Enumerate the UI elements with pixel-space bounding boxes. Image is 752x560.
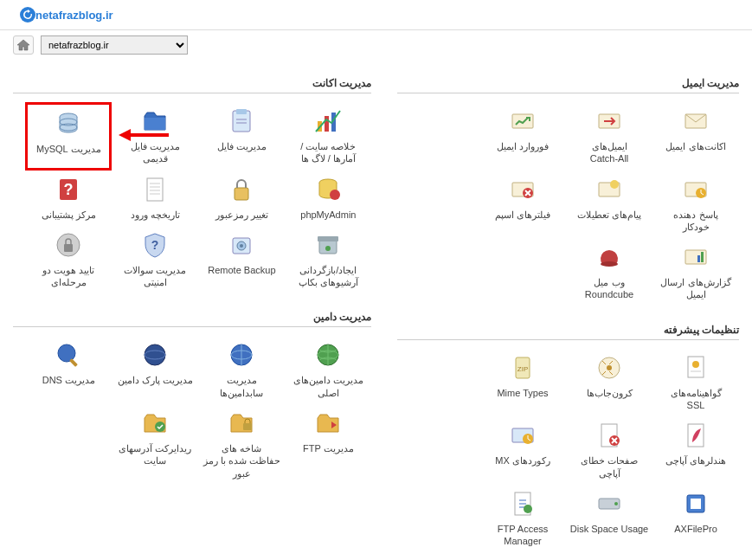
icon-label: مدیریت پارک دامین <box>118 374 193 386</box>
svg-point-71 <box>524 505 532 513</box>
icon-label: مدیریت FTP <box>303 442 354 454</box>
icon-label: اکانت‌های ایمیل <box>665 140 725 152</box>
icon-label: مدیریت سوالاتامنیتی <box>124 264 186 289</box>
icon-label: مرکز پشتیبانی <box>42 209 96 221</box>
page-title: netafrazblog.ir <box>35 9 113 22</box>
document-icon <box>141 176 169 205</box>
svg-text:?: ? <box>151 238 159 252</box>
svg-point-69 <box>614 502 618 505</box>
globe-green-icon <box>314 341 342 370</box>
icon-roundcube[interactable]: وب میلRoundcube <box>566 238 652 306</box>
question-red-icon: ? <box>55 176 82 205</box>
icon-ssl[interactable]: گواهینامه‌هایSSL <box>652 349 739 417</box>
folder-arrow-icon <box>314 409 342 439</box>
icon-label: مدیریت فایل <box>217 140 267 152</box>
icon-dns[interactable]: مدیریت DNS <box>25 336 112 404</box>
icon-label: Disk Space Usage <box>570 523 649 535</box>
pointer-arrow <box>119 126 170 145</box>
icon-mysql[interactable]: مدیریت MySQL <box>25 102 112 171</box>
icon-label: Mime Types <box>497 387 548 399</box>
icon-label: صفحات خطایآپاچی <box>581 454 638 480</box>
archive-icon <box>314 231 342 261</box>
shield-q-icon: ? <box>141 231 169 261</box>
svg-point-53 <box>601 261 618 267</box>
icon-forward[interactable]: فوروارد ایمیل <box>479 102 566 171</box>
icon-remote-backup2[interactable]: Remote Backup <box>652 553 739 560</box>
icon-main-domains[interactable]: مدیریت دامین‌هایاصلی <box>285 336 371 404</box>
icon-park-domain[interactable]: مدیریت پارک دامین <box>112 336 198 404</box>
icon-catchall[interactable]: ایمیل‌هایCatch-All <box>566 102 652 171</box>
icon-label: گزارش‌های ارسالایمیل <box>660 276 730 301</box>
roundcube-icon <box>595 243 623 273</box>
icon-autoresponder[interactable]: پاسخ دهندهخودکار <box>652 171 739 239</box>
icon-label: کرون‌جاب‌ها <box>587 387 633 399</box>
svg-rect-15 <box>147 178 163 201</box>
svg-point-47 <box>610 180 619 189</box>
svg-rect-39 <box>243 423 252 430</box>
icon-apache-handlers[interactable]: هندلرهای آپاچی <box>652 416 739 485</box>
icon-backup[interactable]: ایجاد/بازگردانیآرشیوهای بکاپ <box>285 226 371 294</box>
icon-ftp-access[interactable]: FTP AccessManager <box>479 485 566 553</box>
feather-icon <box>682 422 710 451</box>
ax-icon <box>682 490 710 519</box>
svg-rect-14 <box>235 188 248 200</box>
icon-two-factor[interactable]: تایید هویت دومرحله‌ای <box>25 226 112 294</box>
icon-email-reports[interactable]: گزارش‌های ارسالایمیل <box>652 238 739 306</box>
mx-icon <box>509 422 537 451</box>
icon-label: تغییر رمزعبور <box>215 209 268 221</box>
icon-label: phpMyAdmin <box>300 209 356 221</box>
icon-site-summary[interactable]: خلاصه سایت /آمارها / لاگ ها <box>285 102 371 171</box>
icon-login-history[interactable]: تاریخچه ورود <box>112 171 198 226</box>
icon-protected-branches[interactable]: شاخه هایحفاظت شده با رمزعبور <box>198 404 285 485</box>
icon-support-center[interactable]: ?مرکز پشتیبانی <box>25 171 112 226</box>
files-icon <box>228 107 255 137</box>
home-button[interactable] <box>13 35 34 55</box>
icon-phpmyadmin[interactable]: phpMyAdmin <box>285 171 371 226</box>
svg-point-55 <box>692 361 699 368</box>
svg-rect-1 <box>325 116 329 132</box>
icon-remote-backup1[interactable]: Remote Backup <box>198 226 285 294</box>
icon-label: AXFilePro <box>674 523 717 535</box>
icon-email-accounts[interactable]: اکانت‌های ایمیل <box>652 102 739 171</box>
icon-label: وب میلRoundcube <box>585 276 633 301</box>
section-title: مدیریت ایمیل <box>397 77 739 93</box>
icon-disk-usage[interactable]: Disk Space Usage <box>566 485 652 553</box>
icon-security-questions[interactable]: ?مدیریت سوالاتامنیتی <box>112 226 198 294</box>
svg-point-13 <box>330 190 340 200</box>
icon-axfilepro[interactable]: AXFilePro <box>652 485 739 553</box>
domain-selector[interactable]: netafrazblog.ir <box>41 35 188 55</box>
icon-mx-records[interactable]: رکوردهای MX <box>479 416 566 485</box>
cron-icon <box>595 354 623 383</box>
icon-error-pages[interactable]: صفحات خطایآپاچی <box>566 416 652 485</box>
icon-file-manager[interactable]: مدیریت فایل <box>198 102 285 171</box>
icon-label: تاریخچه ورود <box>131 209 180 221</box>
icon-label: مدیریت دامین‌هایاصلی <box>293 374 363 399</box>
icon-ftp[interactable]: مدیریت FTP <box>285 404 371 485</box>
icon-subdomains[interactable]: مدیریتسابدامین‌ها <box>198 336 285 404</box>
icon-spam-filters[interactable]: فیلترهای اسپم <box>479 171 566 239</box>
icon-label: شاخه هایحفاظت شده با رمزعبور <box>203 442 280 480</box>
icon-label: Remote Backup <box>208 264 275 276</box>
ftp-access-icon <box>509 490 537 519</box>
folder-lock-icon <box>228 409 255 439</box>
svg-text:?: ? <box>64 181 74 198</box>
safe-icon <box>228 231 255 261</box>
section-title: مدیریت دامین <box>13 311 371 327</box>
svg-point-37 <box>58 344 75 362</box>
icon-vacation[interactable]: پیام‌های تعطیلات <box>566 171 652 239</box>
mail-spam-icon <box>509 176 537 205</box>
icon-label: پاسخ دهندهخودکار <box>673 209 717 234</box>
icon-site-redirects[interactable]: ریدایرکت آدرسهایسایت <box>112 404 198 485</box>
error-page-icon <box>595 422 623 451</box>
svg-rect-51 <box>697 255 700 262</box>
icon-change-password[interactable]: تغییر رمزعبور <box>198 171 285 226</box>
lock-grey-icon <box>55 231 82 261</box>
mail-fwd-icon <box>509 107 537 137</box>
icon-mime[interactable]: ZIPMime Types <box>479 349 566 417</box>
icon-label: ایجاد/بازگردانیآرشیوهای بکاپ <box>299 264 358 289</box>
mail-report-icon <box>682 243 710 273</box>
svg-rect-23 <box>318 236 338 241</box>
cert-icon <box>682 354 710 383</box>
icon-cronjobs[interactable]: کرون‌جاب‌ها <box>566 349 652 417</box>
section-title: مدیریت اکانت <box>13 77 371 93</box>
